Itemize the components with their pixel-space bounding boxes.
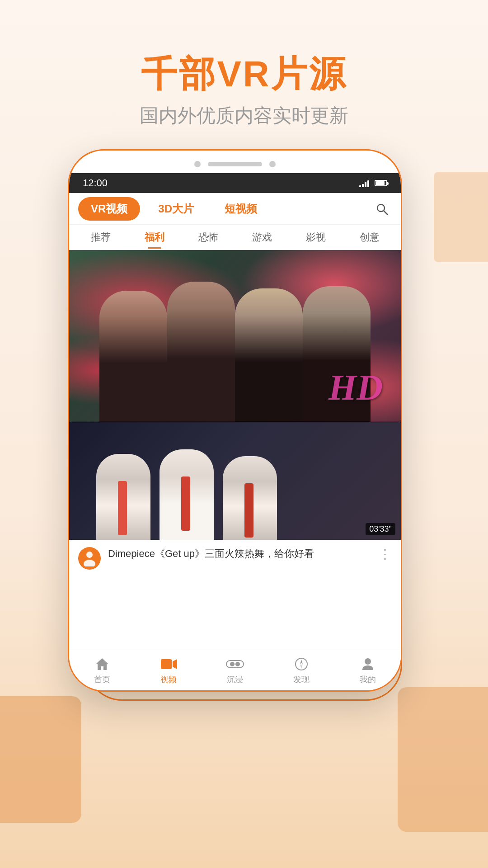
hd-logo: HD [328,367,383,408]
vr-icon [226,656,244,672]
video-avatar [78,547,101,570]
status-icons [359,179,387,187]
svg-rect-4 [161,659,172,669]
bottom-nav: 首页 视频 [69,650,401,690]
video-title: Dimepiece《Get up》三面火辣热舞，给你好看 [108,547,371,561]
user-icon [359,656,377,672]
svg-line-1 [384,211,387,214]
video-duration: 03'33" [366,523,395,535]
tab-vr-video[interactable]: VR视频 [78,197,140,221]
search-button[interactable] [372,199,392,219]
nav-home[interactable]: 首页 [69,652,136,689]
video-info: Dimepiece《Get up》三面火辣热舞，给你好看 ⋮ [69,540,401,577]
svg-point-13 [365,658,371,665]
video-content-card: 03'33" Dimepiece《Get up》三面火辣热舞，给你好看 ⋮ [69,422,401,577]
nav-profile[interactable]: 我的 [334,652,401,689]
sub-title: 国内外优质内容实时更新 [0,103,488,128]
phone-speaker [208,162,262,166]
phone-mockup: 12:00 VR视频 3D大片 [68,149,420,818]
svg-point-2 [86,552,93,558]
svg-marker-12 [300,664,303,669]
video-thumbnail[interactable]: 03'33" [69,422,401,540]
banner-area: HD [69,250,401,422]
bg-shape-right [434,172,488,262]
signal-bars-icon [359,179,369,187]
svg-point-8 [235,662,240,666]
phone-top-bar [69,151,401,178]
status-time: 12:00 [83,177,108,189]
video-icon [160,656,178,672]
phone-dot-left [194,161,201,167]
phone-screen: 12:00 VR视频 3D大片 [69,173,401,690]
cat-recommend[interactable]: 推荐 [74,227,127,248]
video-text: Dimepiece《Get up》三面火辣热舞，给你好看 [108,547,371,561]
app-tab-bar: VR视频 3D大片 短视频 [69,193,401,225]
nav-immerse-label: 沉浸 [227,674,243,685]
tab-3d-movie[interactable]: 3D大片 [145,197,206,221]
nav-discover[interactable]: 发现 [268,652,334,689]
cat-horror[interactable]: 恐怖 [181,227,235,248]
cat-welfare[interactable]: 福利 [127,227,181,248]
nav-discover-label: 发现 [293,674,310,685]
svg-point-7 [230,662,235,666]
nav-video-label: 视频 [160,674,177,685]
nav-home-label: 首页 [94,674,110,685]
cat-creative[interactable]: 创意 [343,227,396,248]
nav-profile-label: 我的 [360,674,376,685]
svg-point-3 [84,560,95,566]
header-section: 千部VR片源 国内外优质内容实时更新 [0,0,488,156]
cat-film[interactable]: 影视 [289,227,343,248]
video-more-button[interactable]: ⋮ [378,547,392,561]
home-icon [93,656,111,672]
phone-dot-right [269,161,276,167]
svg-marker-11 [300,660,303,664]
category-nav: 推荐 福利 恐怖 游戏 影视 创意 [69,225,401,250]
compass-icon [292,656,310,672]
phone-body: 12:00 VR视频 3D大片 [68,149,402,692]
nav-immerse[interactable]: 沉浸 [202,652,268,689]
cat-game[interactable]: 游戏 [235,227,289,248]
main-title: 千部VR片源 [0,54,488,94]
tab-short-video[interactable]: 短视频 [212,197,270,221]
battery-icon [375,180,387,186]
svg-marker-5 [173,659,177,669]
nav-video[interactable]: 视频 [136,652,202,689]
